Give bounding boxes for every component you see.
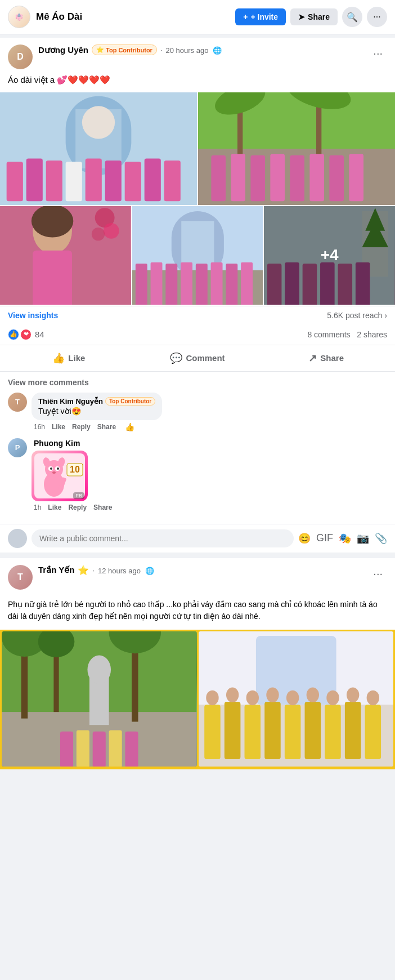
comment-text-1: Tuyệt vời😍 bbox=[38, 407, 155, 416]
comments-section: View more comments T Thiên Kim Nguyễn To… bbox=[0, 372, 395, 524]
svg-point-96 bbox=[206, 691, 218, 705]
comment-bubble-1: Thiên Kim Nguyễn Top Contributor Tuyệt v… bbox=[32, 393, 162, 420]
post-header-2: T Trần Yến ⭐ · 12 hours ago 🌐 ··· bbox=[0, 558, 395, 594]
comment-reply-btn-2[interactable]: Reply bbox=[68, 504, 87, 511]
view-insights-button[interactable]: View insights bbox=[8, 311, 58, 320]
comment-share-btn-2[interactable]: Share bbox=[93, 504, 112, 511]
comment-share-btn-1[interactable]: Share bbox=[97, 423, 116, 431]
comment-input-row: 😊 GIF 🎭 📷 📎 bbox=[0, 524, 395, 553]
comment-like-btn-1[interactable]: Like bbox=[52, 423, 65, 431]
post-header-1: D Dương Uyên ⭐ Top Contributor · 20 hour… bbox=[0, 38, 395, 74]
svg-point-104 bbox=[366, 691, 379, 705]
post-time-2: 12 hours ago 🌐 bbox=[98, 567, 154, 575]
post-meta-1: Dương Uyên ⭐ Top Contributor · 20 hours … bbox=[38, 44, 363, 55]
photo-2-1[interactable] bbox=[0, 206, 131, 305]
photo-1-2[interactable] bbox=[198, 92, 395, 205]
svg-rect-82 bbox=[109, 730, 122, 767]
top-contributor-badge-1: ⭐ Top Contributor bbox=[92, 44, 157, 55]
svg-rect-41 bbox=[181, 262, 192, 304]
svg-rect-39 bbox=[150, 262, 162, 304]
comment-sticker-2: 10 FB bbox=[32, 451, 88, 501]
post-dot-1: · bbox=[160, 46, 163, 54]
svg-rect-24 bbox=[309, 154, 324, 201]
ellipsis-icon: ··· bbox=[373, 12, 380, 22]
svg-point-103 bbox=[346, 687, 358, 702]
svg-point-100 bbox=[286, 691, 298, 705]
share-icon: ↗ bbox=[308, 352, 317, 364]
emoji-button[interactable]: 😊 bbox=[298, 532, 311, 545]
invite-button[interactable]: + + Invite bbox=[235, 8, 286, 25]
photo-2-2[interactable] bbox=[132, 206, 263, 305]
photo-more-overlay[interactable]: +4 bbox=[264, 206, 395, 305]
share-button[interactable]: ↗ Share bbox=[262, 348, 390, 369]
like-label: Like bbox=[68, 353, 85, 363]
post-author-name-2[interactable]: Trần Yến bbox=[38, 565, 74, 575]
comment-button[interactable]: 💬 Comment bbox=[133, 348, 262, 369]
more-header-button[interactable]: ··· bbox=[367, 7, 387, 27]
attach-button[interactable]: 📎 bbox=[375, 532, 387, 545]
comment-input[interactable] bbox=[32, 529, 294, 547]
grid-bottom-pad bbox=[0, 768, 395, 769]
svg-rect-10 bbox=[125, 162, 141, 201]
svg-rect-5 bbox=[26, 158, 43, 201]
comment-actions-2: 1h Like Reply Share bbox=[32, 504, 387, 511]
photo-grid-2 bbox=[0, 630, 395, 769]
comment-label: Comment bbox=[186, 353, 225, 363]
like-icon: 👍 bbox=[52, 352, 65, 364]
comment-time-2: 1h bbox=[34, 504, 41, 511]
post-card-2: T Trần Yến ⭐ · 12 hours ago 🌐 ··· Phụ nữ… bbox=[0, 558, 395, 769]
svg-rect-45 bbox=[241, 262, 253, 304]
photo-row-1 bbox=[0, 92, 395, 205]
star-badge-icon: ⭐ bbox=[96, 46, 104, 54]
comment-like-btn-2[interactable]: Like bbox=[48, 504, 61, 511]
comment-input-avatar bbox=[8, 529, 27, 548]
post-more-button-1[interactable]: ··· bbox=[369, 44, 387, 62]
page-title: Mê Áo Dài bbox=[36, 11, 235, 23]
photo-row-2: +4 bbox=[0, 206, 395, 305]
photo-2-1-2[interactable] bbox=[199, 631, 394, 767]
photo-2-1-1[interactable] bbox=[2, 631, 197, 767]
svg-rect-6 bbox=[46, 161, 62, 201]
post-author-name-1[interactable]: Dương Uyên bbox=[38, 45, 88, 55]
comment-input-icons: 😊 GIF 🎭 📷 📎 bbox=[298, 532, 387, 545]
reaction-count: 84 bbox=[35, 329, 44, 339]
svg-rect-43 bbox=[210, 262, 222, 304]
svg-rect-89 bbox=[244, 705, 261, 759]
svg-rect-26 bbox=[349, 154, 363, 201]
comment-avatar-2: P bbox=[8, 438, 27, 457]
sticker-button[interactable]: 🎭 bbox=[339, 532, 351, 545]
post-name-row-2: Trần Yến ⭐ · 12 hours ago 🌐 bbox=[38, 565, 363, 576]
svg-rect-95 bbox=[365, 705, 381, 759]
photo-comment-button[interactable]: 📷 bbox=[357, 532, 369, 545]
heart-reaction-icon: ❤ bbox=[20, 329, 32, 340]
post-reach[interactable]: 5.6K post reach › bbox=[327, 311, 387, 320]
svg-point-32 bbox=[104, 222, 119, 238]
search-icon: 🔍 bbox=[347, 12, 358, 23]
page-header: 👘 Mê Áo Dài + + Invite ➤ Share 🔍 ··· bbox=[0, 0, 395, 34]
svg-rect-94 bbox=[344, 702, 361, 759]
photo-1-1[interactable] bbox=[0, 92, 197, 205]
svg-rect-11 bbox=[145, 158, 161, 201]
share-icon: ➤ bbox=[298, 12, 305, 21]
svg-rect-38 bbox=[135, 264, 147, 305]
svg-rect-25 bbox=[329, 155, 344, 201]
comment-author-1: Thiên Kim Nguyễn bbox=[38, 397, 103, 406]
comment-like-icon-1: 👍 bbox=[125, 422, 134, 431]
gif-button[interactable]: GIF bbox=[316, 532, 333, 544]
post-text-2: Phụ nữ già trẻ lớn bé người to nhỏ cao t… bbox=[0, 594, 395, 630]
view-more-comments-button[interactable]: View more comments bbox=[8, 378, 89, 387]
svg-rect-44 bbox=[226, 264, 237, 305]
post-more-button-2[interactable]: ··· bbox=[369, 565, 387, 582]
comment-item-2: P Phuong Kim bbox=[8, 438, 387, 511]
svg-rect-22 bbox=[270, 154, 285, 201]
share-header-button[interactable]: ➤ Share bbox=[290, 8, 338, 25]
sticker-brand-label: FB bbox=[73, 492, 84, 499]
svg-point-99 bbox=[266, 687, 279, 702]
svg-point-33 bbox=[92, 228, 105, 240]
photo-2-3[interactable]: +4 bbox=[264, 206, 395, 305]
svg-point-65 bbox=[52, 471, 56, 474]
like-button[interactable]: 👍 Like bbox=[5, 348, 133, 369]
comment-reply-btn-1[interactable]: Reply bbox=[72, 423, 91, 431]
svg-point-97 bbox=[226, 687, 238, 702]
search-button[interactable]: 🔍 bbox=[342, 7, 362, 27]
